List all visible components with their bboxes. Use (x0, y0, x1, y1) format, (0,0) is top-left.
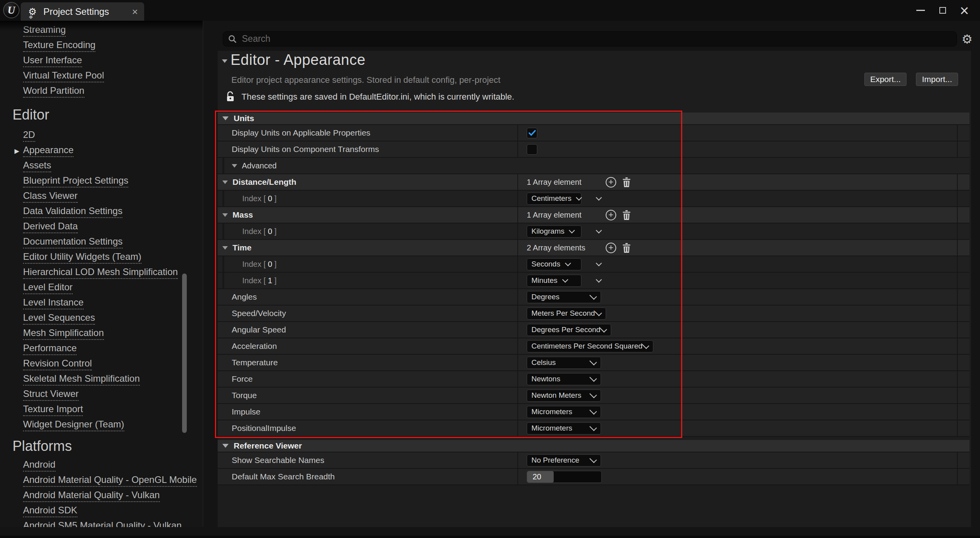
temperature-dropdown[interactable]: Celsius (527, 357, 601, 369)
element-options-button[interactable] (592, 194, 601, 203)
time-unit-0-dropdown[interactable]: Seconds (527, 258, 581, 270)
collapse-arrow-icon[interactable] (222, 116, 229, 120)
add-element-icon[interactable]: + (606, 177, 616, 188)
sidebar-item-performance[interactable]: Performance (0, 341, 203, 357)
sidebar-item-editor-utility-widgets[interactable]: Editor Utility Widgets (Team) (0, 250, 203, 265)
sidebar-item-android-material-quality-opengl-mobile[interactable]: Android Material Quality - OpenGL Mobile (0, 473, 203, 488)
element-options-button[interactable] (592, 259, 601, 269)
sidebar-item-android[interactable]: Android (0, 458, 203, 473)
sidebar-item-android-sdk[interactable]: Android SDK (0, 504, 203, 519)
tab-title: Project Settings (43, 6, 109, 17)
delete-elements-icon[interactable] (622, 210, 631, 220)
sidebar-item-texture-import[interactable]: Texture Import (0, 402, 203, 418)
collapse-arrow-icon[interactable] (222, 444, 229, 448)
sidebar-item-blueprint-project-settings[interactable]: Blueprint Project Settings (0, 174, 203, 189)
sidebar-item-user-interface[interactable]: User Interface (0, 54, 203, 69)
sidebar-item-hierarchical-lod-mesh-simplification[interactable]: Hierarchical LOD Mesh Simplification (0, 265, 203, 281)
unreal-engine-logo-icon: U (3, 2, 20, 18)
row-extra-column (957, 289, 969, 305)
window-controls: × (910, 0, 975, 21)
mass-unit-dropdown[interactable]: Kilograms (527, 225, 581, 238)
sidebar-item-data-validation-settings[interactable]: Data Validation Settings (0, 204, 203, 220)
spinbox-fill: 20 (527, 471, 554, 483)
search-input[interactable] (241, 33, 952, 45)
add-element-icon[interactable]: + (606, 210, 616, 220)
speed-velocity-dropdown[interactable]: Meters Per Second (527, 307, 606, 320)
torque-dropdown[interactable]: Newton Meters (527, 390, 601, 402)
section-collapse-caret-icon[interactable] (222, 59, 227, 63)
sidebar-item-skeletal-mesh-simplification[interactable]: Skeletal Mesh Simplification (0, 372, 203, 387)
sidebar-scrollbar[interactable] (182, 273, 187, 433)
settings-sidebar: Streaming Texture Encoding User Interfac… (0, 21, 203, 538)
angles-dropdown[interactable]: Degrees (527, 291, 601, 303)
distance-unit-dropdown[interactable]: Centimeters (527, 193, 581, 205)
sidebar-item-level-editor[interactable]: Level Editor (0, 281, 203, 296)
sidebar-item-2d[interactable]: 2D (0, 128, 203, 143)
max-search-breadth-spinbox[interactable]: 20 (527, 471, 602, 483)
show-searchable-names-dropdown[interactable]: No Preference (527, 454, 601, 467)
project-settings-tab[interactable]: ⚙ ◆ Project Settings × (21, 2, 144, 21)
angular-speed-dropdown[interactable]: Degrees Per Second (527, 324, 611, 336)
time-unit-1-dropdown[interactable]: Minutes (527, 275, 581, 287)
element-options-button[interactable] (592, 276, 601, 285)
row-extra-column (957, 371, 969, 387)
sidebar-item-world-partition[interactable]: World Partition (0, 84, 203, 99)
checkbox-checked[interactable] (527, 128, 537, 138)
tab-close-icon[interactable]: × (132, 7, 138, 17)
property-label: Default Max Search Breadth (232, 472, 335, 481)
sidebar-item-revision-control[interactable]: Revision Control (0, 357, 203, 372)
checkbox-unchecked[interactable] (527, 144, 537, 155)
category-row-reference-viewer[interactable]: Reference Viewer (218, 440, 969, 452)
sidebar-item-android-material-quality-vulkan[interactable]: Android Material Quality - Vulkan (0, 488, 203, 504)
sidebar-item-mesh-simplification[interactable]: Mesh Simplification (0, 326, 203, 341)
search-bar[interactable] (223, 31, 957, 46)
close-button[interactable]: × (953, 0, 975, 21)
delete-elements-icon[interactable] (622, 243, 631, 253)
check-icon (528, 130, 536, 136)
settings-row-temperature: Temperature Celsius (218, 355, 969, 371)
collapse-arrow-icon[interactable] (222, 246, 228, 250)
sidebar-item-level-sequences[interactable]: Level Sequences (0, 311, 203, 326)
sidebar-item-derived-data[interactable]: Derived Data (0, 220, 203, 235)
sidebar-item-streaming[interactable]: Streaming (0, 23, 203, 38)
impulse-dropdown[interactable]: Micrometers (527, 406, 601, 418)
acceleration-dropdown[interactable]: Centimeters Per Second Squared (527, 340, 653, 352)
collapse-arrow-icon[interactable] (222, 213, 228, 217)
row-extra-column (957, 355, 969, 370)
sidebar-item-widget-designer[interactable]: Widget Designer (Team) (0, 418, 203, 433)
export-button[interactable]: Export... (864, 73, 907, 86)
sidebar-item-assets[interactable]: Assets (0, 159, 203, 174)
sidebar-item-documentation-settings[interactable]: Documentation Settings (0, 235, 203, 250)
minimize-button[interactable] (910, 0, 932, 21)
property-label: Display Units on Applicable Properties (232, 128, 370, 138)
sidebar-item-virtual-texture-pool[interactable]: Virtual Texture Pool (0, 69, 203, 84)
sidebar-item-texture-encoding[interactable]: Texture Encoding (0, 38, 203, 54)
add-element-icon[interactable]: + (606, 243, 616, 253)
force-dropdown[interactable]: Newtons (527, 373, 601, 385)
chevron-down-icon (596, 276, 602, 282)
property-label: Speed/Velocity (232, 309, 286, 318)
category-row-units[interactable]: Units (218, 113, 969, 125)
import-button[interactable]: Import... (916, 73, 958, 86)
sidebar-item-level-instance[interactable]: Level Instance (0, 296, 203, 311)
collapse-arrow-icon[interactable] (222, 181, 228, 184)
row-extra-column (957, 207, 969, 223)
sidebar-item-class-viewer[interactable]: Class Viewer (0, 189, 203, 204)
positional-impulse-dropdown[interactable]: Micrometers (527, 422, 601, 434)
collapse-arrow-icon[interactable] (232, 164, 237, 168)
settings-row-impulse: Impulse Micrometers (218, 404, 969, 420)
subcategory-row-advanced[interactable]: Advanced (218, 158, 969, 174)
config-writable-notice: These settings are saved in DefaultEdito… (226, 91, 514, 103)
maximize-button[interactable] (932, 0, 953, 21)
settings-row-positional-impulse: PositionalImpulse Micrometers (218, 420, 969, 437)
sidebar-item-appearance[interactable]: ▶ Appearance (0, 143, 203, 159)
delete-elements-icon[interactable] (622, 177, 631, 187)
chevron-down-icon (589, 391, 597, 398)
row-extra-column (957, 338, 969, 354)
array-item-row: Index [ 0 ] Seconds (218, 256, 969, 273)
array-count: 1 Array element (527, 178, 592, 187)
category-label: Units (234, 114, 254, 123)
settings-gear-icon[interactable]: ⚙ (960, 32, 975, 46)
element-options-button[interactable] (592, 227, 601, 236)
sidebar-item-struct-viewer[interactable]: Struct Viewer (0, 387, 203, 402)
